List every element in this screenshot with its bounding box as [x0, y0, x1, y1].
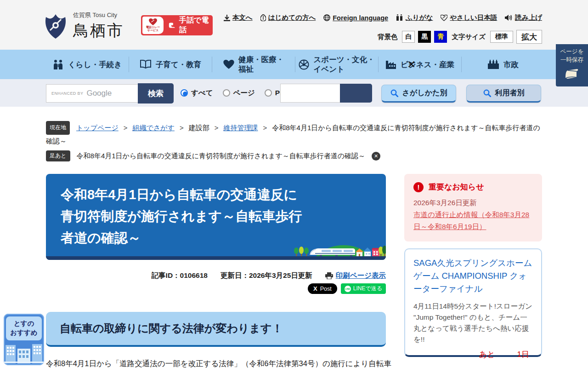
link-foreign-language[interactable]: Foreign language: [323, 14, 388, 22]
radio-all-circle[interactable]: [181, 89, 188, 97]
road-closure-link[interactable]: 市道の通行止め情報（令和8年3月28日～令和8年6月19日）: [413, 209, 533, 233]
cursor-x-mark: ✕: [407, 58, 416, 71]
footprints-row: 足あと 令和8年4月1日から自転車の交通違反に青切符制度が施行されます～自転車歩…: [46, 150, 542, 161]
background-color-label: 背景色: [378, 33, 398, 41]
footprints-close-icon[interactable]: ✕: [372, 152, 380, 161]
font-standard-button[interactable]: 標準: [490, 31, 513, 43]
nav-city-government[interactable]: 市政: [462, 60, 544, 69]
important-notice-date: 2026年3月26日更新: [413, 198, 533, 208]
event-countdown: あと 1日: [413, 349, 533, 360]
search-button[interactable]: 検索: [138, 83, 174, 104]
event-description: 4月11日14時5分スタート!スローガン "Jump Together!" のも…: [413, 301, 533, 345]
share-buttons: X Post LINE LINEで送る: [46, 283, 386, 294]
x-post-button[interactable]: X Post: [308, 283, 337, 294]
bg-black-button[interactable]: 黒: [418, 31, 431, 43]
breadcrumb-maintenance-division[interactable]: 維持管理課: [223, 124, 258, 132]
breadcrumb-top-page[interactable]: トップページ: [76, 124, 119, 132]
speaker-icon: [505, 14, 513, 21]
font-enlarge-button[interactable]: 拡大: [516, 30, 542, 44]
line-share-button[interactable]: LINE LINEで送る: [341, 283, 386, 294]
breadcrumb-construction-dept: 建設部: [189, 124, 209, 132]
site-search-input[interactable]: ENHANCED BY Google: [46, 84, 138, 103]
page: 佐賀県 Tosu City 鳥栖市 電話リレー サービス 手話で電話 本文へ は…: [0, 0, 588, 368]
phone-relay-label: 電話リレー サービス: [146, 26, 160, 32]
globe-icon: [323, 14, 330, 21]
countdown-label: あと: [479, 349, 495, 360]
sign-language-phone-button[interactable]: 電話リレー サービス 手話で電話: [141, 15, 213, 35]
gov-building-icon: [487, 60, 499, 69]
section-heading: 自転車の取締りに関する法律が変わります！: [46, 312, 386, 347]
display-settings: 背景色 白 黒 青 文字サイズ 標準 拡大: [376, 30, 542, 44]
printer-icon: [325, 272, 333, 279]
breadcrumb-organization[interactable]: 組織でさがす: [133, 124, 175, 132]
event-box: SAGA久光スプリングスホームゲーム CHAMPIONSHIP クォーターファイ…: [404, 248, 542, 357]
google-label: Google: [86, 89, 112, 98]
factory-icon: [385, 60, 396, 69]
sign-phone-label: 手話で電話: [179, 16, 213, 35]
important-notice-box: ! 重要なお知らせ 2026年3月26日更新 市道の通行止め情報（令和8年3月2…: [404, 174, 542, 242]
radio-all[interactable]: すべて: [181, 88, 213, 98]
nav-living-procedures[interactable]: くらし・手続き: [46, 59, 129, 69]
radio-page-circle[interactable]: [223, 89, 230, 97]
article-hero-banner: 令和8年4月1日から自転車の交通違反に 青切符制度が施行されます～自転車歩行 者…: [46, 174, 386, 260]
heart-icon: [223, 60, 234, 69]
saved-book-icon: [564, 69, 580, 80]
magnifier-icon: [390, 89, 398, 97]
download-icon: [224, 15, 230, 21]
article-meta: 記事ID：0106618 更新日：2026年3月25日更新 印刷ページ表示: [46, 271, 386, 281]
bg-white-button[interactable]: 白: [402, 31, 415, 43]
tosu-recommend-label: とすの おすすめ: [6, 316, 42, 340]
font-size-label: 文字サイズ: [452, 33, 486, 41]
alert-icon: !: [413, 182, 424, 192]
secondary-search-button[interactable]: [340, 84, 372, 103]
link-furigana[interactable]: ふりがな: [396, 13, 433, 22]
article-id: 記事ID：0106618: [152, 271, 208, 281]
event-title-link[interactable]: SAGA久光スプリングスホームゲーム CHAMPIONSHIP クォーターファイ…: [413, 257, 533, 295]
hand-phone-icon: [168, 22, 176, 29]
footprints-badge: 足あと: [46, 150, 70, 161]
beginner-leaf-icon: [260, 14, 266, 21]
secondary-search-input[interactable]: [280, 84, 340, 103]
city-name: 鳥栖市: [73, 20, 124, 41]
site-logo[interactable]: 佐賀県 Tosu City 鳥栖市: [44, 11, 124, 41]
family-icon: [53, 59, 64, 69]
city-hall-illustration: [4, 341, 44, 365]
search-scope-radios: すべて ページ PDF: [181, 79, 289, 107]
prefecture-label: 佐賀県 Tosu City: [73, 11, 124, 19]
current-location-badge: 現在地: [46, 121, 70, 135]
breadcrumb-current-page: 令和8年4月1日から自転車の交通違反に青切符制度が施行されます～自転車歩行者道の…: [46, 124, 540, 145]
nav-sports-culture-events[interactable]: スポーツ・文化・ イベント: [295, 55, 378, 74]
important-notice-title: 重要なお知らせ: [429, 182, 484, 192]
nav-business-industry[interactable]: ビジネス・産業: [379, 60, 461, 69]
city-train-illustration: [46, 230, 386, 260]
print-page-link[interactable]: 印刷ページ表示: [325, 271, 386, 281]
search-by-user-button[interactable]: 利用者別: [466, 85, 541, 103]
main-navigation: くらし・手続き 子育て・教育 健康・医療・ 福祉 スポーツ・文化・ イベント ビ…: [0, 50, 588, 79]
countdown-value: 1日: [517, 349, 529, 360]
link-easy-japanese[interactable]: やさしい日本語: [441, 13, 497, 22]
furigana-icon: [396, 14, 403, 21]
nav-health-medical-welfare[interactable]: 健康・医療・ 福祉: [212, 55, 295, 74]
line-icon: LINE: [345, 286, 351, 292]
site-header: 佐賀県 Tosu City 鳥栖市 電話リレー サービス 手話で電話 本文へ は…: [0, 0, 588, 50]
footprints-title: 令和8年4月1日から自転車の交通違反に青切符制度が施行されます～自転車歩行者道の…: [77, 152, 366, 161]
easy-japanese-heart-icon: [441, 15, 447, 21]
bg-blue-button[interactable]: 青: [434, 31, 447, 43]
link-first-time-visitors[interactable]: はじめての方へ: [260, 13, 316, 22]
link-to-main-content[interactable]: 本文へ: [224, 13, 253, 22]
search-by-method-button[interactable]: さがしかた別: [381, 85, 456, 103]
magnifier-icon: [483, 89, 491, 97]
nav-childcare-education[interactable]: 子育て・教育: [129, 60, 212, 69]
article-body-text: 令和8年4月1日から「道路交通法の一部を改正する法律」（令和6年法律第34号）の…: [46, 357, 402, 368]
ball-icon: [299, 59, 309, 70]
radio-page[interactable]: ページ: [223, 88, 255, 98]
tosu-city-emblem-icon: [44, 13, 68, 40]
article-updated-date: 更新日：2026年3月25日更新: [220, 271, 312, 281]
enhanced-by-label: ENHANCED BY: [51, 91, 83, 96]
phone-relay-icon: 電話リレー サービス: [142, 17, 164, 34]
tosu-recommend-tab[interactable]: とすの おすすめ: [4, 314, 44, 365]
save-page-button[interactable]: ページを 一時保存: [556, 44, 588, 86]
search-band: ENHANCED BY Google 検索 すべて ページ PDF さがしかた別…: [0, 79, 588, 107]
link-read-aloud[interactable]: 読み上げ: [505, 13, 542, 22]
radio-pdf-circle[interactable]: [265, 89, 272, 97]
